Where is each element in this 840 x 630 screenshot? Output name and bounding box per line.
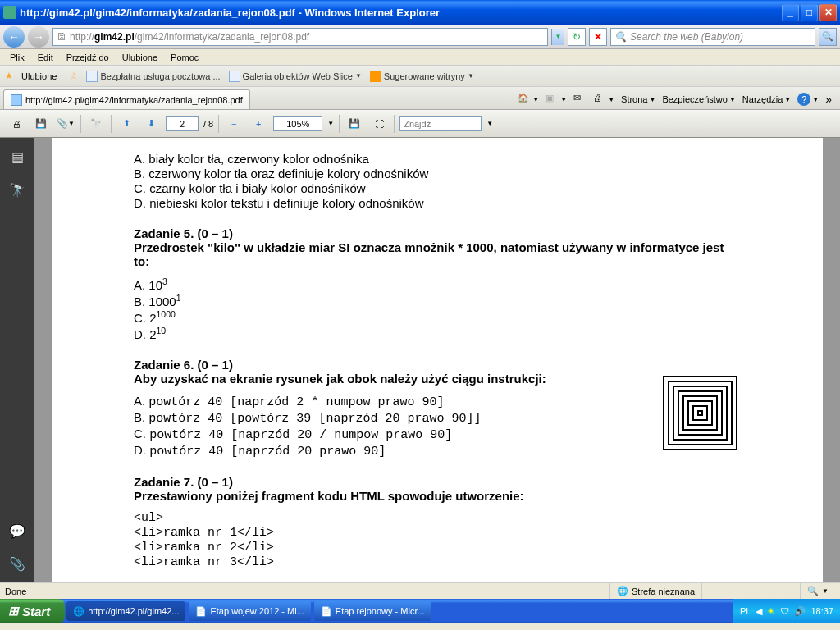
nav-toolbar: ← → 🖺 http://gim42.pl/gim42/informatyka/…: [0, 25, 840, 49]
pdf-page-container[interactable]: A. biały kolor tła, czerwony kolor odnoś…: [34, 138, 840, 582]
favorites-label[interactable]: Ulubione: [21, 71, 57, 81]
q4-answer-a: A. biały kolor tła, czerwony kolor odnoś…: [134, 152, 741, 166]
tray-icon[interactable]: ☀: [767, 606, 775, 617]
q5-answer-b: B. 10001: [134, 293, 741, 308]
q5-answer-c: C. 21000: [134, 309, 741, 325]
pdf-fit-button[interactable]: 💾: [345, 114, 364, 134]
feeds-button[interactable]: ▣▼: [546, 93, 567, 106]
stop-button[interactable]: ✕: [589, 28, 607, 46]
search-placeholder: Search the web (Babylon): [630, 31, 743, 43]
tray-lang[interactable]: PL: [740, 606, 751, 616]
safety-menu[interactable]: Bezpieczeństwo▼: [662, 94, 735, 104]
home-button[interactable]: 🏠▼: [518, 93, 539, 106]
search-go-button[interactable]: 🔍: [819, 28, 837, 46]
home-icon: 🏠: [518, 93, 531, 106]
attach-icon: 📎: [57, 118, 68, 129]
q7-title: Zadanie 7. (0 – 1): [134, 475, 741, 489]
url-dropdown[interactable]: ▼: [551, 29, 564, 45]
help-button[interactable]: ?▼: [797, 93, 819, 106]
comment-icon: 💬: [9, 523, 25, 539]
q6-title: Zadanie 6. (0 – 1): [134, 358, 741, 372]
pdf-find-input[interactable]: [399, 116, 482, 131]
ie-page-icon: [229, 71, 240, 82]
search-input[interactable]: 🔍 Search the web (Babylon): [610, 28, 815, 46]
page-menu[interactable]: Strona▼: [621, 94, 655, 104]
pdf-comments-button[interactable]: 💬: [8, 522, 26, 540]
print-button[interactable]: 🖨▼: [593, 93, 614, 106]
favlink-webslice[interactable]: Galeria obiektów Web Slice▼: [229, 71, 362, 82]
q7-text: Przestawiony poniżej fragment kodu HTML …: [134, 489, 741, 503]
mail-button[interactable]: ✉: [573, 93, 587, 106]
tray-icon[interactable]: 🛡: [780, 606, 789, 616]
pdf-search-button[interactable]: 🔭: [86, 114, 106, 134]
pdf-page-input[interactable]: [166, 116, 199, 131]
pdf-zoom-in-button[interactable]: +: [249, 114, 268, 134]
ie-icon: [3, 6, 16, 19]
pdf-print-button[interactable]: 🖨: [7, 114, 26, 134]
tab-active[interactable]: http://gim42.pl/gim42/informatyka/zadani…: [3, 89, 250, 109]
system-tray[interactable]: PL ◀ ☀ 🛡 🔊 18:37: [733, 599, 840, 623]
favlink-suggested[interactable]: Sugerowane witryny▼: [370, 71, 474, 82]
down-arrow-icon: ⬇: [148, 118, 155, 129]
favorites-star-icon[interactable]: ★: [5, 71, 13, 81]
q6-answer-d: D. powtórz 40 [naprzód 20 prawo 90]: [134, 443, 741, 459]
status-bar: Done 🌐Strefa nieznana 🔍▼: [0, 582, 840, 599]
back-button[interactable]: ←: [3, 26, 25, 48]
zoom-icon: 🔍: [807, 586, 819, 596]
start-button[interactable]: ⊞Start: [0, 599, 65, 623]
refresh-button[interactable]: ↻: [568, 28, 586, 46]
separator: [111, 115, 112, 133]
taskbar-item-word2[interactable]: 📄Etap rejonowy - Micr...: [314, 601, 431, 621]
pdf-page-content: A. biały kolor tła, czerwony kolor odnoś…: [52, 138, 823, 582]
pdf-fullscreen-button[interactable]: ⛶: [369, 114, 389, 134]
pdf-prev-page-button[interactable]: ⬆: [116, 114, 136, 134]
rss-icon: ▣: [546, 93, 559, 106]
favorites-bar: ★ Ulubione ☆ Bezpłatna usługa pocztowa .…: [0, 66, 840, 87]
q6-text: Aby uzyskać na ekranie rysunek jak obok …: [134, 372, 741, 386]
menu-goto[interactable]: Przejdź do: [60, 51, 116, 64]
taskbar-item-ie[interactable]: 🌐http://gim42.pl/gim42...: [66, 601, 185, 621]
close-button[interactable]: ✕: [819, 4, 837, 21]
pdf-thumbnails-button[interactable]: ▤: [8, 148, 26, 166]
pdf-next-page-button[interactable]: ⬇: [141, 114, 161, 134]
tray-clock[interactable]: 18:37: [810, 606, 833, 616]
taskbar-item-word1[interactable]: 📄Etap wojew 2012 - Mi...: [189, 601, 310, 621]
ie-page-icon: [86, 71, 98, 82]
forward-button[interactable]: →: [28, 26, 49, 48]
tray-icon[interactable]: 🔊: [794, 606, 806, 617]
expand-button[interactable]: »: [825, 93, 832, 106]
pdf-zoom-input[interactable]: [273, 116, 322, 131]
pdf-zoom-out-button[interactable]: −: [224, 114, 244, 134]
plus-icon: +: [256, 119, 261, 129]
add-favorite-icon[interactable]: ☆: [70, 71, 78, 81]
address-bar[interactable]: 🖺 http://gim42.pl/gim42/informatyka/zada…: [52, 28, 548, 46]
status-zoom[interactable]: 🔍▼: [800, 583, 835, 599]
tools-menu[interactable]: Narzędzia▼: [742, 94, 791, 104]
binoculars-icon: 🔭: [9, 182, 25, 198]
tray-icon[interactable]: ◀: [756, 606, 762, 617]
paperclip-icon: 📎: [9, 556, 25, 572]
maximize-button[interactable]: □: [801, 4, 818, 21]
menu-file[interactable]: Plik: [3, 51, 31, 64]
q7-code-2: <li>ramka nr 1</li>: [134, 526, 741, 540]
command-bar: 🏠▼ ▣▼ ✉ 🖨▼ Strona▼ Bezpieczeństwo▼ Narzę…: [518, 93, 837, 109]
pdf-save-button[interactable]: 💾: [31, 114, 51, 134]
favlink-mail[interactable]: Bezpłatna usługa pocztowa ...: [86, 71, 220, 82]
minimize-button[interactable]: _: [782, 4, 799, 21]
suggested-icon: [370, 71, 381, 82]
q5-title: Zadanie 5. (0 – 1): [134, 226, 741, 240]
menu-help[interactable]: Pomoc: [164, 51, 205, 64]
pdf-attachments-button[interactable]: 📎: [8, 555, 26, 573]
status-text: Done: [5, 587, 26, 596]
pdf-email-button[interactable]: 📎▼: [56, 114, 75, 134]
printer-icon: 🖨: [593, 93, 606, 106]
q4-answer-d: D. niebieski kolor tekstu i definiuje ko…: [134, 196, 741, 210]
minus-icon: −: [231, 119, 236, 129]
q4-answer-b: B. czerwony kolor tła oraz definiuje kol…: [134, 167, 741, 180]
tab-bar: http://gim42.pl/gim42/informatyka/zadani…: [0, 87, 840, 110]
menu-favorites[interactable]: Ulubione: [116, 51, 164, 64]
status-zone: 🌐Strefa nieznana: [609, 583, 701, 599]
fit-icon: 💾: [349, 118, 360, 129]
pdf-bookmarks-button[interactable]: 🔭: [8, 180, 26, 199]
menu-edit[interactable]: Edit: [31, 51, 60, 64]
